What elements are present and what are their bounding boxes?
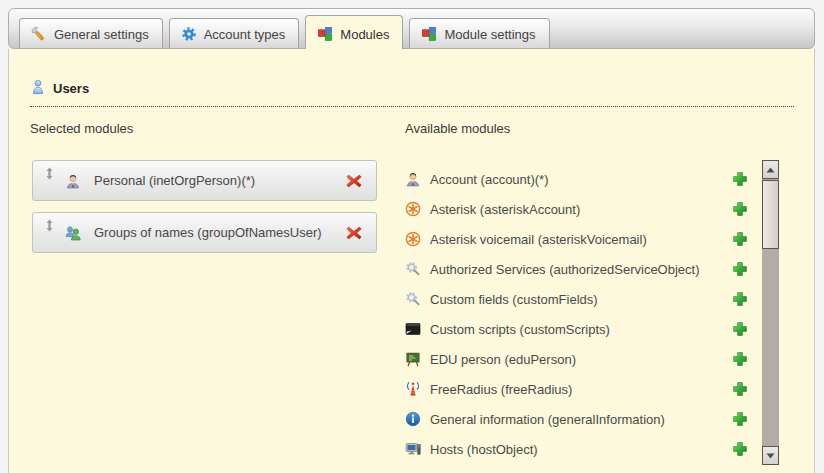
tab-bar: General settings Account types Modul bbox=[8, 8, 815, 49]
tab-label: Modules bbox=[340, 27, 389, 42]
add-module-icon[interactable] bbox=[732, 351, 748, 367]
scroll-up-button[interactable] bbox=[762, 160, 779, 179]
modules-cubes-icon bbox=[421, 26, 437, 42]
gear-search-icon bbox=[405, 261, 421, 277]
drag-handle-icon[interactable] bbox=[45, 166, 54, 184]
scroll-down-button[interactable] bbox=[762, 446, 779, 465]
tab-label: General settings bbox=[54, 27, 149, 42]
section-title: Users bbox=[53, 81, 89, 96]
add-module-icon[interactable] bbox=[732, 411, 748, 427]
add-module-icon[interactable] bbox=[732, 381, 748, 397]
available-module-hosts: Hosts (hostObject) bbox=[405, 434, 748, 464]
tab-modules[interactable]: Modules bbox=[305, 15, 403, 49]
available-module-freeradius: FreeRadius (freeRadius) bbox=[405, 374, 748, 404]
person-icon bbox=[405, 171, 421, 187]
available-module-label: General information (generalInformation) bbox=[430, 412, 665, 427]
available-module-label: Custom fields (customFields) bbox=[430, 292, 598, 307]
gear-icon bbox=[181, 26, 197, 42]
available-module-label: Hosts (hostObject) bbox=[430, 442, 538, 457]
terminal-icon bbox=[405, 321, 421, 337]
available-list-scrollbar[interactable] bbox=[762, 160, 779, 465]
available-module-general-information: General information (generalInformation) bbox=[405, 404, 748, 434]
radio-antenna-icon bbox=[405, 381, 421, 397]
users-section-heading: Users bbox=[30, 79, 794, 107]
tab-account-types[interactable]: Account types bbox=[169, 18, 300, 48]
available-module-label: Custom scripts (customScripts) bbox=[430, 322, 610, 337]
add-module-icon[interactable] bbox=[732, 231, 748, 247]
remove-module-icon[interactable] bbox=[346, 173, 362, 189]
module-config-widget: General settings Account types Modul bbox=[8, 8, 815, 473]
remove-module-icon[interactable] bbox=[346, 225, 362, 241]
gear-search-icon bbox=[405, 291, 421, 307]
modules-panel: Users Selected modules Available modules bbox=[8, 49, 815, 473]
selected-modules-label: Selected modules bbox=[30, 121, 133, 136]
available-module-authorized-services: Authorized Services (authorizedServiceOb… bbox=[405, 254, 748, 284]
selected-module-label: Personal (inetOrgPerson)(*) bbox=[94, 173, 255, 188]
available-module-asterisk: Asterisk (asteriskAccount) bbox=[405, 194, 748, 224]
asterisk-icon bbox=[405, 201, 421, 217]
computer-icon bbox=[405, 441, 421, 457]
modules-cubes-icon bbox=[317, 26, 333, 42]
selected-module-personal[interactable]: Personal (inetOrgPerson)(*) bbox=[32, 160, 377, 201]
available-modules-label: Available modules bbox=[405, 121, 510, 136]
add-module-icon[interactable] bbox=[732, 201, 748, 217]
wrench-icon bbox=[31, 26, 47, 42]
available-module-label: EDU person (eduPerson) bbox=[430, 352, 576, 367]
available-module-asterisk-voicemail: Asterisk voicemail (asteriskVoicemail) bbox=[405, 224, 748, 254]
available-module-label: Asterisk (asteriskAccount) bbox=[430, 202, 580, 217]
available-module-custom-fields: Custom fields (customFields) bbox=[405, 284, 748, 314]
info-icon bbox=[405, 411, 421, 427]
available-module-account: Account (account)(*) bbox=[405, 164, 748, 194]
available-module-edu-person: EDU person (eduPerson) bbox=[405, 344, 748, 374]
arrow-up-icon bbox=[766, 167, 775, 173]
user-group-icon bbox=[65, 225, 81, 241]
tab-module-settings[interactable]: Module settings bbox=[409, 18, 549, 48]
tab-general-settings[interactable]: General settings bbox=[19, 18, 163, 48]
person-icon bbox=[65, 173, 81, 189]
tab-label: Module settings bbox=[444, 27, 535, 42]
add-module-icon[interactable] bbox=[732, 261, 748, 277]
add-module-icon[interactable] bbox=[732, 321, 748, 337]
tab-label: Account types bbox=[204, 27, 286, 42]
chalkboard-icon bbox=[405, 351, 421, 367]
add-module-icon[interactable] bbox=[732, 291, 748, 307]
add-module-icon[interactable] bbox=[732, 441, 748, 457]
add-module-icon[interactable] bbox=[732, 171, 748, 187]
available-module-label: Account (account)(*) bbox=[430, 172, 549, 187]
asterisk-icon bbox=[405, 231, 421, 247]
available-module-label: Asterisk voicemail (asteriskVoicemail) bbox=[430, 232, 647, 247]
drag-handle-icon[interactable] bbox=[45, 218, 54, 236]
arrow-down-icon bbox=[766, 453, 775, 459]
available-module-label: Authorized Services (authorizedServiceOb… bbox=[430, 262, 700, 277]
available-module-custom-scripts: Custom scripts (customScripts) bbox=[405, 314, 748, 344]
selected-module-label: Groups of names (groupOfNamesUser) bbox=[94, 225, 322, 240]
selected-module-groups[interactable]: Groups of names (groupOfNamesUser) bbox=[32, 212, 377, 253]
user-pawn-icon bbox=[30, 79, 46, 98]
available-module-label: FreeRadius (freeRadius) bbox=[430, 382, 572, 397]
scrollbar-thumb[interactable] bbox=[762, 180, 779, 249]
